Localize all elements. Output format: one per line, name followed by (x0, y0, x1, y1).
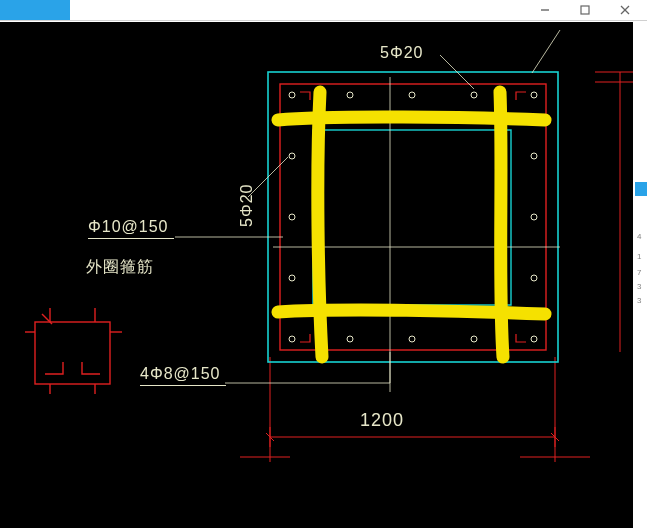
svg-point-28 (289, 275, 295, 281)
label-stirrup-underline (88, 238, 174, 239)
svg-line-38 (532, 30, 560, 73)
label-left-rebar: 5Φ20 (238, 184, 256, 227)
inner-concrete-line (313, 130, 511, 305)
window-controls (525, 0, 645, 20)
label-stirrup-main: Φ10@150 (88, 218, 169, 236)
cad-canvas[interactable]: 5Φ20 5Φ20 Φ10@150 外圈箍筋 4Φ8@150 1200 (0, 22, 633, 528)
svg-point-19 (471, 92, 477, 98)
side-ruler: 4 1 7 3 3 (635, 22, 647, 528)
svg-point-18 (409, 92, 415, 98)
close-button[interactable] (605, 0, 645, 20)
side-ruler-highlight (635, 182, 647, 196)
svg-point-26 (289, 153, 295, 159)
label-inner-ties: 4Φ8@150 (140, 365, 221, 383)
svg-point-23 (409, 336, 415, 342)
svg-point-21 (289, 336, 295, 342)
side-ruler-tick: 3 (637, 296, 641, 305)
minimize-button[interactable] (525, 0, 565, 20)
svg-point-20 (531, 92, 537, 98)
svg-point-31 (531, 275, 537, 281)
svg-point-22 (347, 336, 353, 342)
side-ruler-tick: 4 (637, 232, 641, 241)
svg-point-24 (471, 336, 477, 342)
label-top-rebar: 5Φ20 (380, 44, 423, 62)
svg-point-17 (347, 92, 353, 98)
svg-point-29 (531, 153, 537, 159)
side-ruler-tick: 7 (637, 268, 641, 277)
side-ruler-tick: 1 (637, 252, 641, 261)
maximize-button[interactable] (565, 0, 605, 20)
svg-point-27 (289, 214, 295, 220)
dimension-bottom: 1200 (360, 410, 404, 431)
label-inner-ties-underline (140, 385, 226, 386)
svg-point-25 (531, 336, 537, 342)
svg-rect-1 (581, 6, 589, 14)
svg-point-30 (531, 214, 537, 220)
titlebar-progress (0, 0, 70, 20)
label-stirrup-desc: 外圈箍筋 (86, 257, 154, 278)
svg-point-16 (289, 92, 295, 98)
stirrup-detail-icon (25, 308, 122, 394)
yellow-markup-overlay (278, 92, 545, 357)
side-ruler-tick: 3 (637, 282, 641, 291)
window-titlebar (0, 0, 647, 21)
